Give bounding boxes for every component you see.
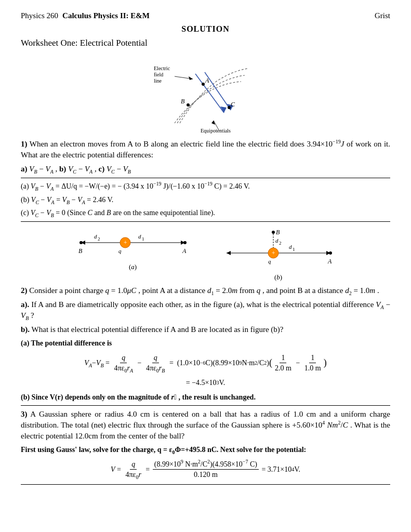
svg-text:1: 1 [142,236,144,242]
answer2b: (b) Since V(r) depends only on the magni… [21,392,390,403]
svg-text:2: 2 [279,241,282,246]
svg-text:A: A [182,247,187,255]
svg-text:1: 1 [293,247,295,252]
answer3-label: First using Gauss' law, solve for the ch… [21,445,390,455]
figure-a-label: (a) [76,262,190,272]
svg-text:d: d [138,233,141,240]
svg-text:d: d [289,244,292,250]
solution-title: SOLUTION [21,23,390,35]
svg-point-35 [272,231,275,234]
frac-v: q 4πε0r [124,459,142,480]
svg-text:A: A [205,77,209,84]
answer1c: (c) VC − VB = 0 (Since C and B are on th… [21,208,390,218]
problem1-parts: a) VB − VA , b) VC − VA , c) VC − VB [21,164,390,175]
svg-text:q: q [268,258,271,264]
frac4: 1 1.0 m [303,353,323,374]
problem1-statement: 1) When an electron moves from A to B al… [21,139,390,161]
figure-a-svg: B d 2 + q d 1 A [76,227,190,258]
problem1-number: 1) [21,140,28,148]
svg-point-30 [183,241,187,244]
page-header: Physics 260 Calculus Physics II: E&M Gri… [21,10,390,21]
formula2a-result: = −4.5×103 V. [21,378,390,388]
svg-text:Electric: Electric [154,65,170,71]
svg-text:d: d [94,233,97,240]
problem2-parta: a). If A and B are diametrically opposit… [21,299,390,321]
svg-text:B: B [276,229,280,236]
divider3 [21,484,390,485]
frac-v2: (8.99×109 N·m2/C2)(4.958×10−7 C) 0.120 m [153,459,259,480]
figure-b-label: (b) [221,273,336,282]
diagram2-container: B d 2 + q d 1 A (a) B [21,227,390,282]
divider2 [21,405,390,406]
answer1a: (a) VB − VA = ΔU/q = −W/(−e) = − (3.94 x… [21,181,390,192]
svg-point-21 [79,241,83,244]
problem3-statement: 3) A Gaussian sphere or radius 4.0 cm is… [21,409,390,442]
course-title: Calculus Physics II: E&M [62,10,150,21]
formula3: V = q 4πε0r = (8.99×109 N·m2/C2)(4.958×1… [21,459,390,480]
svg-text:Equipotentials: Equipotentials [201,128,231,134]
answer1b: (b) VC − VA = VB − VA = 2.46 V. [21,195,390,205]
svg-marker-33 [227,251,231,255]
frac3: 1 2.0 m [273,353,293,374]
svg-text:field: field [154,72,163,77]
diagram1-svg: A B C Electric field line Equipotentials [149,56,263,134]
divider1a [21,178,390,178]
figure-b-svg: B d 2 + q d 1 A [221,227,336,269]
svg-marker-14 [189,76,193,80]
problem2-partb: b). What is that electrical potential di… [21,324,390,335]
formula2a: VA − VB = q 4πε0rA − q 4πε0rB = (1.0×10−… [21,353,390,374]
frac1: q 4πε0rA [112,353,135,374]
svg-text:2: 2 [98,236,100,242]
course-number: Physics 260 [21,10,58,21]
figure-b: B d 2 + q d 1 A (b) [221,227,336,282]
figure-a: B d 2 + q d 1 A (a) [76,227,190,282]
answer2a-label: (a) The potential difference is [21,338,390,349]
svg-text:B: B [181,98,185,105]
svg-text:A: A [327,258,332,265]
problem2-number: 2) [21,286,28,295]
problem2-statement: 2) Consider a point charge q = 1.0μC , p… [21,285,390,296]
frac2: q 4πε0rB [144,353,167,374]
divider1b [21,221,390,222]
header-left: Physics 260 Calculus Physics II: E&M [21,10,150,21]
svg-text:d: d [275,237,279,244]
worksheet-title: Worksheet One: Electrical Potential [21,37,390,49]
author-name: Grist [375,10,390,21]
svg-text:B: B [78,247,83,255]
svg-point-45 [329,251,332,255]
svg-point-6 [187,103,190,107]
diagram1-container: A B C Electric field line Equipotentials [21,56,390,134]
svg-text:+: + [271,249,275,257]
svg-text:+: + [123,239,127,246]
svg-text:C: C [231,101,235,108]
svg-text:line: line [154,78,162,84]
problem3-number: 3) [21,410,28,418]
svg-text:q: q [118,248,122,254]
svg-point-4 [202,83,205,86]
